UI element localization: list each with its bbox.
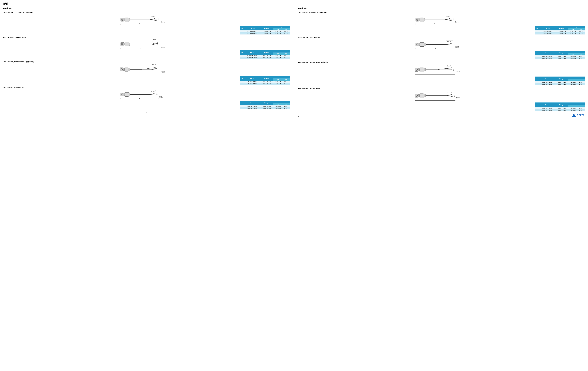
table-row: 1ASD-CAPW11033106A-20-18S3000 ± 100118 ±… [240,31,290,32]
svg-text:L: L [435,48,436,49]
svg-text:(1.97 inch): (1.97 inch) [151,91,155,92]
svg-line-88 [150,94,156,95]
svg-text:(100 mm): (100 mm) [161,46,165,47]
svg-text:(3.15 inch): (3.15 inch) [455,22,459,23]
product-title-2: ASDBCAPW1203, ASDB-CAPW1205 [3,37,290,38]
product-section-4: ASD-A2PW1003, ASD-A2PW1005 L [3,87,290,109]
svg-point-63 [158,69,159,70]
svg-line-154 [446,70,452,70]
svg-point-41 [159,44,160,45]
svg-point-89 [157,93,158,95]
svg-line-155 [446,70,452,70]
svg-line-153 [446,69,452,69]
svg-rect-121 [419,43,420,46]
svg-rect-101 [420,18,424,22]
table-row: 1ASD-CAPW22033106A-24-11S3000 ± 100118 ±… [535,107,585,109]
svg-rect-30 [125,42,129,46]
svg-text:(80 mm): (80 mm) [447,64,451,65]
diagram-svg-6: L (80 mm) (3.15 inch) (100 mm) (3.94 inc… [298,39,585,50]
svg-rect-147 [424,68,426,71]
svg-text:(3.94 inch): (3.94 inch) [161,72,165,73]
svg-line-108 [445,18,452,20]
th-inch: inch [283,28,290,31]
svg-rect-80 [129,93,130,96]
svg-rect-79 [125,93,129,96]
svg-text:L: L [435,73,435,74]
svg-rect-124 [420,42,424,46]
svg-point-3 [122,19,123,20]
svg-text:(3.94 inch): (3.94 inch) [455,47,459,48]
table-row: 1ASD-CAPW20033106A-24-11S3000 ± 100118 ±… [535,55,585,57]
right-section-header: ●动力线 [298,7,585,10]
svg-text:(80 mm): (80 mm) [152,64,156,65]
diagram-svg-1: L (50 mm) (1.97 inch) [3,14,290,25]
product-section-8: ASD-CAPW2203，ASD-CAPW2205 [298,87,585,111]
right-section-dot [298,8,300,9]
spec-table-5: Item Part No. Straight L mm inch 1ASD-A2… [535,26,585,34]
svg-point-100 [417,19,418,20]
diagram-1: L (50 mm) (1.97 inch) [3,14,290,25]
svg-point-179 [454,95,455,97]
svg-text:(80 mm): (80 mm) [153,39,156,40]
svg-line-62 [151,69,157,70]
svg-line-175 [446,94,453,96]
svg-text:(3.94 inch): (3.94 inch) [456,72,460,73]
diagram-4: L (50 mm) (1.97 inch) (80 mm) (3.15 inch… [3,89,290,100]
svg-text:(50 mm): (50 mm) [447,15,450,16]
svg-text:(100 mm): (100 mm) [455,46,459,47]
table-row: 2ASD-A2PW10053106A-20-18S5000 ± 100197 ±… [240,107,290,109]
svg-rect-102 [424,18,425,21]
th-l: L [273,26,290,28]
svg-line-133 [446,44,453,45]
svg-rect-53 [125,67,128,72]
diagram-7: L (80 mm) (3.15 inch) (100 mm) (3.94 inc… [298,64,585,76]
svg-text:(50 mm): (50 mm) [151,89,154,91]
svg-rect-1 [124,19,125,21]
spec-table-8: Item Part No. Straight L mm inch 1ASD-CA… [535,103,585,111]
svg-rect-172 [420,93,424,98]
svg-point-134 [454,44,455,45]
left-section-header: ●动力线 [3,7,290,10]
diagram-svg-8: L (80 mm) (3.15 inch) (100 mm) (3.94 inc… [298,90,585,102]
svg-text:(3.15 inch): (3.15 inch) [161,22,165,23]
svg-text:(1.97 inch): (1.97 inch) [151,16,155,17]
svg-line-56 [142,68,151,69]
svg-point-29 [122,44,123,45]
th-straight: Straight [260,26,273,31]
diagram-8: L (80 mm) (3.15 inch) (100 mm) (3.94 inc… [298,90,585,102]
spec-table-4: Item Part No. Straight L mm inch 1ASD-A2… [240,101,290,109]
svg-text:(80 mm): (80 mm) [448,90,451,92]
svg-point-52 [121,69,122,70]
delta-brand-text: DELTA [577,114,585,116]
table-row: 2ASD-A2PW11053106A-20-18S5000 ± 100197 ±… [535,32,585,34]
svg-rect-4 [125,18,129,22]
svg-rect-31 [129,43,130,45]
diagram-6: L (80 mm) (3.15 inch) (100 mm) (3.94 inc… [298,39,585,50]
svg-text:(100 mm): (100 mm) [161,71,165,72]
product-section-1: ASD-CAPW1103，ASD-CAPW1105（附刹车接线） [3,12,290,34]
table-row: 2ASD-CAPW21053106A-24-11S5000 ± 100197 ±… [535,83,585,85]
svg-text:L: L [139,23,140,24]
svg-text:(100 mm): (100 mm) [456,71,460,72]
svg-line-11 [150,18,157,20]
svg-text:(3.15 inch): (3.15 inch) [152,65,156,66]
svg-point-171 [416,95,417,96]
svg-text:(80 mm): (80 mm) [161,21,165,22]
table-row: 2ASD-CAPW11053106A-20-18S5000 ± 100197 ±… [240,32,290,34]
svg-text:(3.15 inch): (3.15 inch) [448,92,452,93]
right-section-title: ●动力线 [300,7,307,10]
table-row: 1ASD-A2PW11033106A-20-18S3000 ± 100118 ±… [535,31,585,32]
th-partno: Part No. [244,26,260,31]
diagram-3: L (80 mm) (3.15 inch) (100 mm) (3.94 inc… [3,63,290,76]
product-title-4: ASD-A2PW1003, ASD-A2PW1005 [3,87,290,88]
diagram-5: L (50 mm) (1.97 inch) (80 mm) (3.15 inch… [298,14,585,25]
svg-text:(1.97 inch): (1.97 inch) [446,16,450,17]
spec-table-7: Item Part No. Straight L mm inch 1ASD-CA… [535,77,585,85]
diagram-svg-4: L (50 mm) (1.97 inch) (80 mm) (3.15 inch… [3,89,290,100]
delta-logo: DELTA [572,113,585,117]
spec-table-1: Item Part No. Straight L mm inch 1ASD-CA… [240,26,290,34]
product-section-2: ASDBCAPW1203, ASDB-CAPW1205 L [3,37,290,59]
svg-point-15 [158,18,159,20]
diagram-svg-7: L (80 mm) (3.15 inch) (100 mm) (3.94 inc… [298,64,585,76]
svg-rect-146 [420,68,424,72]
